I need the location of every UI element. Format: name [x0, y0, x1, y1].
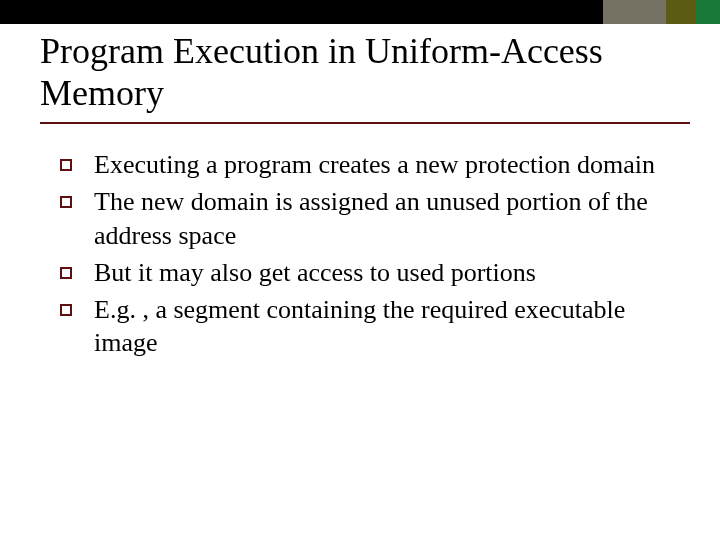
- list-item: Executing a program creates a new protec…: [60, 148, 672, 181]
- top-decorative-band: [0, 0, 720, 24]
- list-item: The new domain is assigned an unused por…: [60, 185, 672, 252]
- slide-title-block: Program Execution in Uniform-Access Memo…: [40, 30, 680, 115]
- band-segment-green: [696, 0, 720, 24]
- slide-title: Program Execution in Uniform-Access Memo…: [40, 30, 680, 115]
- bullet-text: E.g. , a segment containing the required…: [94, 293, 672, 360]
- list-item: But it may also get access to used porti…: [60, 256, 672, 289]
- bullet-text: The new domain is assigned an unused por…: [94, 185, 672, 252]
- bullet-text: But it may also get access to used porti…: [94, 256, 536, 289]
- band-segment-olive: [666, 0, 696, 24]
- bullet-square-icon: [60, 159, 72, 171]
- bullet-square-icon: [60, 304, 72, 316]
- bullet-square-icon: [60, 267, 72, 279]
- list-item: E.g. , a segment containing the required…: [60, 293, 672, 360]
- title-underline: [40, 122, 690, 124]
- bullet-list: Executing a program creates a new protec…: [60, 148, 672, 364]
- band-segment-gray: [603, 0, 666, 24]
- bullet-square-icon: [60, 196, 72, 208]
- bullet-text: Executing a program creates a new protec…: [94, 148, 655, 181]
